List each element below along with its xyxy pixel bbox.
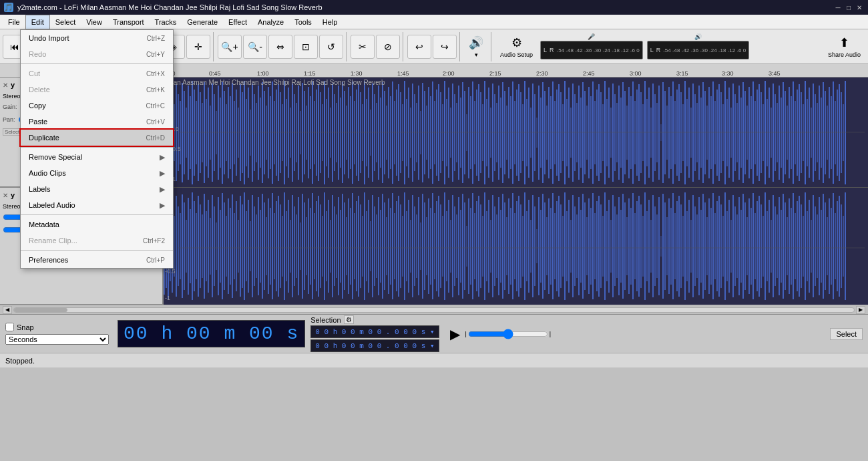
multi-tool-button[interactable]: ✛ [186, 35, 210, 59]
app-icon: 🎵 [4, 3, 13, 12]
svg-rect-490 [450, 220, 451, 273]
svg-rect-620 [710, 208, 712, 285]
svg-rect-96 [354, 101, 355, 164]
menu-effect[interactable]: Effect [223, 15, 252, 29]
scroll-right-button[interactable]: ▶ [856, 306, 865, 314]
menu-bar: File Edit Select View Transport Tracks G… [0, 15, 868, 29]
menu-select[interactable]: Select [50, 15, 81, 29]
track2-collapse-icon[interactable]: ✕ [3, 192, 8, 199]
trim-button[interactable]: ✂ [351, 35, 375, 59]
menu-paste-item[interactable]: Paste Ctrl+V [21, 114, 173, 130]
time-unit-select[interactable]: Seconds [5, 334, 109, 345]
svg-rect-573 [616, 214, 618, 278]
audio-setup-button[interactable]: ⚙ Audio Setup [495, 32, 537, 61]
svg-rect-528 [526, 211, 527, 281]
svg-rect-6 [174, 104, 175, 161]
svg-rect-243 [648, 88, 650, 178]
zoom-fit-button[interactable]: ⇔ [268, 35, 292, 59]
menu-transport[interactable]: Transport [107, 15, 150, 29]
svg-rect-270 [702, 82, 704, 183]
menu-help[interactable]: Help [317, 15, 343, 29]
zoom-sel-button[interactable]: ⊡ [294, 35, 318, 59]
menu-duplicate-item[interactable]: Duplicate Ctrl+D [21, 130, 173, 146]
svg-rect-93 [348, 87, 349, 178]
volume-control[interactable]: 🔊 ▾ [464, 32, 488, 61]
svg-rect-119 [400, 92, 401, 173]
duplicate-shortcut: Ctrl+D [146, 134, 165, 142]
svg-rect-189 [540, 98, 541, 168]
menu-cut-item[interactable]: Cut Ctrl+X [21, 65, 173, 82]
svg-rect-268 [698, 86, 700, 180]
svg-rect-482 [434, 213, 435, 279]
menu-undo-item[interactable]: Undo Import Ctrl+Z [21, 30, 173, 46]
close-button[interactable]: ✕ [855, 3, 864, 12]
ruler-mark-145: 1:45 [397, 70, 409, 77]
menu-analyze[interactable]: Analyze [252, 15, 289, 29]
track2-waveform[interactable]: 0.0 -0.5 -1 [164, 188, 868, 305]
select-tool-button[interactable]: Select [830, 328, 863, 340]
menu-view[interactable]: View [81, 15, 107, 29]
undo-button[interactable]: ↩ [407, 35, 431, 59]
h-scrollbar-track[interactable] [13, 307, 855, 313]
svg-rect-284 [730, 108, 732, 158]
playback-speed-slider[interactable] [468, 329, 548, 339]
svg-rect-622 [714, 213, 716, 279]
h-scrollbar-thumb[interactable] [14, 308, 67, 312]
track1-select-btn[interactable]: Select [3, 128, 21, 136]
svg-rect-552 [574, 206, 576, 286]
play-stop-button[interactable]: ▶ [450, 326, 460, 342]
silence-button[interactable]: ⊘ [376, 35, 400, 59]
svg-rect-312 [787, 106, 788, 160]
share-audio-button[interactable]: ⬆ Share Audio [823, 32, 865, 61]
minimize-button[interactable]: ─ [833, 3, 843, 12]
svg-rect-283 [728, 88, 730, 178]
svg-rect-171 [504, 91, 505, 174]
svg-rect-300 [763, 104, 764, 161]
menu-edit[interactable]: Edit [25, 15, 50, 29]
menu-remove-special-item[interactable]: Remove Special ▶ [21, 149, 173, 165]
menu-labeled-audio-item[interactable]: Labeled Audio ▶ [21, 197, 173, 213]
menu-rename-clip-item[interactable]: Rename Clip... Ctrl+F2 [21, 233, 173, 249]
menu-copy-item[interactable]: Copy Ctrl+C [21, 98, 173, 114]
menu-audio-clips-item[interactable]: Audio Clips ▶ [21, 165, 173, 181]
svg-rect-304 [771, 108, 772, 158]
menu-redo-item[interactable]: Redo Ctrl+Y [21, 46, 173, 62]
svg-rect-38 [238, 108, 239, 158]
menu-file[interactable]: File [3, 15, 25, 29]
svg-rect-297 [756, 90, 758, 176]
menu-preferences-item[interactable]: Preferences Ctrl+P [21, 252, 173, 268]
svg-rect-340 [843, 104, 844, 161]
menu-labels-item[interactable]: Labels ▶ [21, 181, 173, 197]
menu-tracks[interactable]: Tracks [150, 15, 182, 29]
zoom-out-button[interactable]: 🔍- [243, 35, 267, 59]
svg-rect-184 [530, 108, 531, 158]
menu-delete-item[interactable]: Delete Ctrl+K [21, 82, 173, 98]
track1-waveform[interactable]: Milan Aasman Me Hoi Chandan Jee Shilpi R… [164, 78, 868, 188]
zoom-in-button[interactable]: 🔍+ [218, 35, 242, 59]
svg-rect-535 [540, 210, 541, 283]
svg-rect-391 [252, 195, 253, 297]
zoom-reset-button[interactable]: ↺ [319, 35, 343, 59]
svg-rect-256 [674, 101, 676, 164]
svg-rect-448 [366, 211, 367, 281]
svg-rect-9 [180, 101, 181, 164]
scroll-left-button[interactable]: ◀ [3, 306, 12, 314]
track2-name[interactable]: y [11, 191, 15, 199]
svg-rect-386 [242, 204, 243, 288]
redo-button[interactable]: ↪ [433, 35, 457, 59]
svg-rect-558 [586, 217, 588, 275]
svg-rect-435 [340, 210, 341, 283]
maximize-button[interactable]: □ [844, 3, 853, 12]
svg-rect-554 [578, 197, 580, 295]
svg-rect-89 [340, 98, 341, 168]
snap-checkbox[interactable] [5, 323, 14, 331]
menu-generate[interactable]: Generate [182, 15, 223, 29]
svg-rect-567 [604, 192, 606, 300]
track1-name[interactable]: y [11, 81, 15, 89]
menu-tools[interactable]: Tools [289, 15, 317, 29]
selection-gear-button[interactable]: ⚙ [344, 315, 354, 324]
svg-rect-476 [422, 194, 423, 299]
track1-collapse-icon[interactable]: ✕ [3, 82, 8, 89]
svg-rect-389 [248, 200, 249, 293]
menu-metadata-item[interactable]: Metadata [21, 216, 173, 233]
